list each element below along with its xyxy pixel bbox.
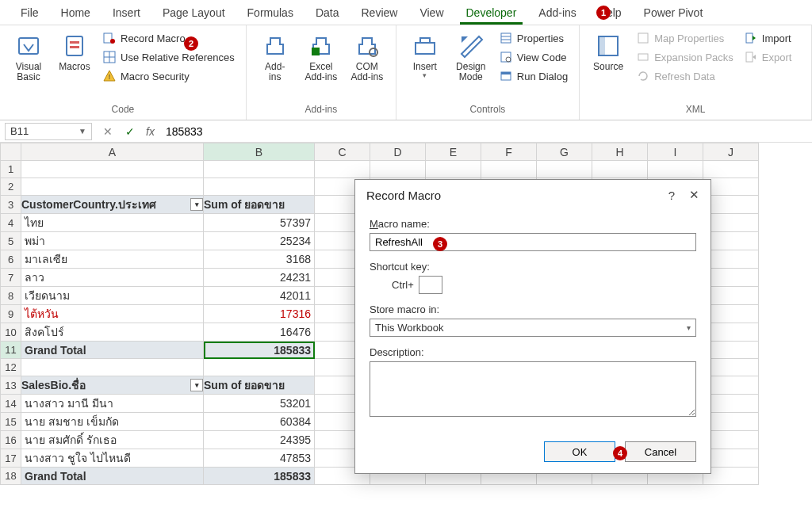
cell-A16[interactable]: นาย สมศักดิ์ รักเธอ [21,431,204,449]
column-header-B[interactable]: B [204,143,315,161]
cell-B17[interactable]: 47853 [204,449,315,468]
row-header-12[interactable]: 12 [1,359,21,376]
cell-A17[interactable]: นางสาว ชูใจ ไปไหนดี [21,449,204,468]
use-relative-refs-button[interactable]: Use Relative References [100,49,238,65]
cell-A14[interactable]: นางสาว มานี มีนา [21,395,204,413]
cell-D1[interactable] [370,161,426,178]
cell-B3[interactable]: Sum of ยอดขาย [204,196,315,214]
tab-developer[interactable]: Developer [455,2,528,24]
cell-J6[interactable] [703,250,759,269]
description-input[interactable] [370,361,696,417]
macro-security-button[interactable]: ! Macro Security [100,68,238,84]
tab-file[interactable]: File [10,2,50,24]
row-header-14[interactable]: 14 [1,395,21,413]
row-header-18[interactable]: 18 [1,468,21,485]
cell-J18[interactable] [703,468,759,485]
cell-B14[interactable]: 53201 [204,395,315,413]
cell-J9[interactable] [703,305,759,323]
cell-C1[interactable] [315,161,370,178]
cell-A7[interactable]: ลาว [21,269,204,287]
cell-A6[interactable]: มาเลเซีย [21,250,204,269]
column-header-F[interactable]: F [481,143,537,161]
cell-A8[interactable]: เวียดนาม [21,287,204,305]
macro-name-input[interactable] [370,233,696,251]
cell-A10[interactable]: สิงคโปร์ [21,323,204,342]
cell-B12[interactable] [204,359,315,376]
column-header-A[interactable]: A [21,143,204,161]
cell-B9[interactable]: 17316 [204,305,315,323]
refresh-data-button[interactable]: Refresh Data [634,68,737,84]
cell-J3[interactable] [703,196,759,214]
tab-data[interactable]: Data [304,2,350,24]
cell-A11[interactable]: Grand Total [21,342,204,359]
row-header-16[interactable]: 16 [1,431,21,449]
row-header-17[interactable]: 17 [1,449,21,468]
cell-A4[interactable]: ไทย [21,214,204,232]
cell-B16[interactable]: 24395 [204,431,315,449]
cell-J14[interactable] [703,395,759,413]
expansion-packs-button[interactable]: Expansion Packs [634,49,737,65]
cell-J5[interactable] [703,232,759,250]
import-button[interactable]: Import [741,30,795,46]
column-header-D[interactable]: D [370,143,426,161]
cell-B18[interactable]: 185833 [204,468,315,485]
design-mode-button[interactable]: Design Mode [450,30,492,86]
cell-J4[interactable] [703,214,759,232]
view-code-button[interactable]: View Code [496,49,571,65]
cell-A5[interactable]: พม่า [21,232,204,250]
source-button[interactable]: Source [588,30,629,75]
tab-review[interactable]: Review [350,2,409,24]
help-button[interactable]: ? [668,189,675,202]
tab-formulas[interactable]: Formulas [236,2,304,24]
addins-button[interactable]: Add- ins [255,30,296,86]
cell-E1[interactable] [426,161,481,178]
cell-B2[interactable] [204,178,315,196]
cell-F1[interactable] [481,161,537,178]
map-properties-button[interactable]: Map Properties [634,30,737,46]
column-header-G[interactable]: G [537,143,592,161]
cell-J12[interactable] [703,359,759,376]
column-header-H[interactable]: H [592,143,648,161]
cell-A12[interactable] [21,359,204,376]
name-box[interactable]: B11 ▼ [5,123,92,140]
cell-J1[interactable] [703,161,759,178]
row-header-11[interactable]: 11 [1,342,21,359]
excel-addins-button[interactable]: Excel Add-ins [301,30,342,86]
cell-J17[interactable] [703,449,759,468]
row-header-10[interactable]: 10 [1,323,21,342]
cell-J7[interactable] [703,269,759,287]
tab-addins[interactable]: Add-ins [527,2,587,24]
shortcut-key-input[interactable] [419,276,442,294]
store-macro-select[interactable]: This Workbook ▾ [370,319,696,337]
tab-insert[interactable]: Insert [102,2,151,24]
cell-B6[interactable]: 3168 [204,250,315,269]
cell-B15[interactable]: 60384 [204,413,315,431]
cell-B4[interactable]: 57397 [204,214,315,232]
tab-view[interactable]: View [408,2,454,24]
close-icon[interactable]: ✕ [689,188,699,202]
cell-B5[interactable]: 25234 [204,232,315,250]
formula-input[interactable] [159,125,812,138]
macros-button[interactable]: Macros [54,30,95,75]
cell-A2[interactable] [21,178,204,196]
cell-B11[interactable]: 185833 [204,342,315,359]
row-header-13[interactable]: 13 [1,376,21,395]
properties-button[interactable]: Properties [496,30,571,46]
visual-basic-button[interactable]: Visual Basic [8,30,49,86]
cell-B1[interactable] [204,161,315,178]
cell-A9[interactable]: ไต้หวัน [21,305,204,323]
cell-J10[interactable] [703,323,759,342]
record-macro-button[interactable]: Record Macro [100,30,238,46]
fx-label[interactable]: fx [146,125,155,138]
cell-I1[interactable] [648,161,703,178]
cell-B8[interactable]: 42011 [204,287,315,305]
row-header-6[interactable]: 6 [1,250,21,269]
cell-B13[interactable]: Sum of ยอดขาย [204,376,315,395]
filter-icon[interactable]: ▾ [190,379,203,391]
cell-J15[interactable] [703,413,759,431]
select-all-corner[interactable] [1,143,21,161]
cancel-formula-button[interactable]: ✕ [97,125,119,138]
cell-J13[interactable] [703,376,759,395]
column-header-E[interactable]: E [426,143,481,161]
row-header-2[interactable]: 2 [1,178,21,196]
